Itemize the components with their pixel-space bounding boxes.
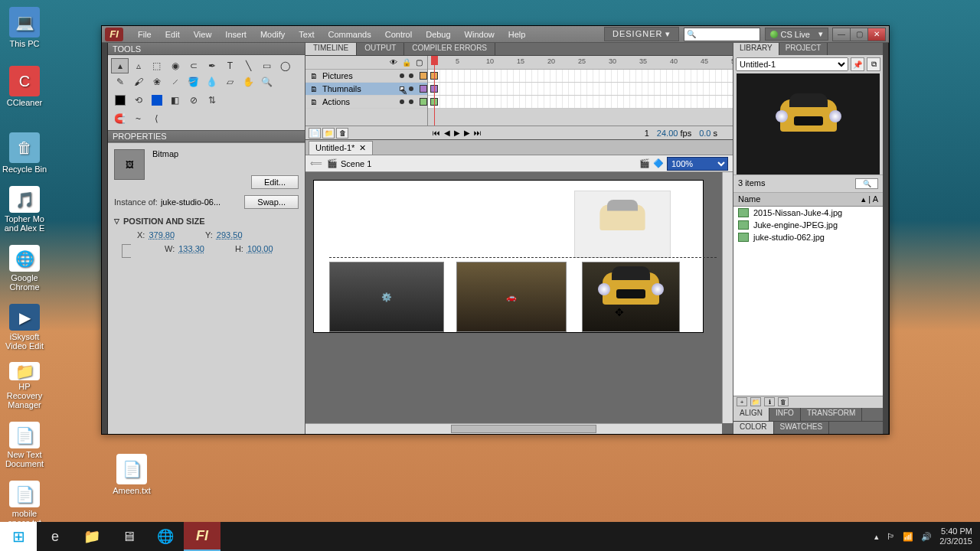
- taskbar-flash[interactable]: Fl: [184, 522, 220, 551]
- line-tool[interactable]: ╲: [240, 58, 257, 73]
- tab-library[interactable]: LIBRARY: [733, 43, 779, 55]
- desktop-icon-ccleaner[interactable]: CCCleaner: [0, 59, 49, 109]
- fill-color[interactable]: [148, 93, 165, 108]
- x-value[interactable]: 379.80: [149, 230, 175, 240]
- black-white[interactable]: ◧: [166, 93, 184, 108]
- lock-icon[interactable]: 🔒: [402, 58, 411, 67]
- stage-scrollbar-h[interactable]: [305, 423, 722, 434]
- first-frame-button[interactable]: ⏮: [431, 129, 442, 137]
- bitmap-ghost[interactable]: [574, 191, 671, 258]
- minimize-button[interactable]: —: [832, 28, 851, 41]
- brush-tool[interactable]: 🖌: [129, 74, 147, 90]
- pin-library-button[interactable]: 📌: [851, 57, 864, 71]
- menu-control[interactable]: Control: [378, 28, 419, 41]
- prev-frame-button[interactable]: ◀: [443, 129, 452, 137]
- deco-tool[interactable]: ❀: [148, 74, 165, 90]
- new-folder-button[interactable]: 📁: [750, 397, 761, 406]
- right-dock[interactable]: [883, 43, 889, 434]
- lasso-tool[interactable]: ⊂: [185, 58, 202, 73]
- maximize-button[interactable]: ▢: [850, 28, 868, 41]
- stage[interactable]: ⚙️ 🚗 ✥: [313, 180, 704, 333]
- stroke-color[interactable]: [111, 93, 129, 108]
- desktop-icon-ameentxt[interactable]: 📄Ameen.txt: [107, 447, 156, 497]
- tray-up-icon[interactable]: ▴: [874, 532, 879, 542]
- delete-button[interactable]: 🗑: [778, 397, 789, 406]
- library-item[interactable]: juke-studio-062.jpg: [733, 231, 883, 243]
- desktop-icon-iskysoft[interactable]: ▶iSkysoft Video Edit: [0, 302, 49, 352]
- library-item[interactable]: Juke-engine-JPEG.jpg: [733, 219, 883, 231]
- straighten-tool[interactable]: ⟨: [148, 111, 165, 126]
- taskbar-app[interactable]: 🖥: [110, 522, 147, 551]
- menu-file[interactable]: File: [131, 28, 158, 41]
- library-doc-select[interactable]: Untitled-1: [736, 57, 848, 71]
- tab-compiler-errors[interactable]: COMPILER ERRORS: [404, 43, 495, 55]
- thumbnail-engine[interactable]: ⚙️: [329, 262, 444, 332]
- menu-insert[interactable]: Insert: [218, 28, 253, 41]
- 3d-rotation-tool[interactable]: ◉: [166, 58, 184, 73]
- desktop-icon-hprecovery[interactable]: 📁HP Recovery Manager: [0, 361, 49, 411]
- layer-actions[interactable]: 🗎Actions: [305, 96, 427, 109]
- eraser-tool[interactable]: ▱: [221, 74, 239, 90]
- selection-tool[interactable]: ▴: [111, 58, 129, 73]
- current-frame[interactable]: 1: [645, 129, 649, 138]
- close-tab-icon[interactable]: ✕: [359, 143, 366, 153]
- w-value[interactable]: 133.30: [178, 244, 204, 253]
- tab-swatches[interactable]: SWATCHES: [774, 422, 830, 434]
- h-value[interactable]: 100.00: [247, 244, 273, 253]
- fps-value[interactable]: 24.00: [657, 129, 678, 138]
- lock-wh-icon[interactable]: [122, 244, 131, 258]
- desktop-icon-thispc[interactable]: 💻This PC: [0, 0, 49, 50]
- tab-info[interactable]: INFO: [769, 408, 801, 421]
- taskbar-ie[interactable]: e: [37, 522, 74, 551]
- delete-layer-button[interactable]: 🗑: [336, 128, 348, 139]
- swap-button[interactable]: Swap...: [244, 195, 299, 209]
- start-button[interactable]: ⊞: [0, 522, 37, 551]
- taskbar-chrome[interactable]: 🌐: [147, 522, 184, 551]
- doc-tab[interactable]: Untitled-1*✕: [309, 141, 373, 155]
- stage-area[interactable]: ⚙️ 🚗 ✥: [305, 172, 733, 434]
- tab-project[interactable]: PROJECT: [779, 43, 828, 55]
- layer-pictures[interactable]: 🗎Pictures: [305, 70, 427, 83]
- menu-help[interactable]: Help: [501, 28, 533, 41]
- text-tool[interactable]: T: [221, 58, 239, 73]
- thumbnail-rear[interactable]: 🚗: [456, 262, 567, 332]
- edit-button[interactable]: Edit...: [251, 175, 299, 189]
- menu-modify[interactable]: Modify: [253, 28, 292, 41]
- stroke-swap[interactable]: ⟲: [129, 93, 147, 108]
- tab-align[interactable]: ALIGN: [733, 408, 769, 421]
- zoom-tool[interactable]: 🔍: [258, 74, 276, 90]
- workspace-dropdown[interactable]: DESIGNER ▾: [604, 27, 680, 41]
- desktop-icon-mp3[interactable]: 🎵Topher Mo and Alex E: [0, 184, 49, 234]
- free-transform-tool[interactable]: ⬚: [148, 58, 165, 73]
- left-dock[interactable]: [102, 43, 108, 434]
- menu-edit[interactable]: Edit: [158, 28, 187, 41]
- tab-timeline[interactable]: TIMELINE: [305, 43, 357, 55]
- library-name-header[interactable]: Name▴ | A: [733, 193, 883, 207]
- tray-volume-icon[interactable]: 🔊: [921, 532, 932, 542]
- tray-flag-icon[interactable]: 🏳: [887, 532, 895, 541]
- tray-network-icon[interactable]: 📶: [903, 532, 913, 542]
- smooth-tool[interactable]: ~: [129, 111, 147, 126]
- new-library-button[interactable]: ⧉: [867, 57, 880, 71]
- swap-colors[interactable]: ⇅: [203, 93, 220, 108]
- play-button[interactable]: ▶: [452, 129, 462, 137]
- menu-text[interactable]: Text: [292, 28, 321, 41]
- close-button[interactable]: ✕: [867, 28, 886, 41]
- back-button[interactable]: ⟸: [310, 158, 322, 168]
- taskbar-explorer[interactable]: 📁: [74, 522, 110, 551]
- tab-output[interactable]: OUTPUT: [357, 43, 404, 55]
- search-input[interactable]: 🔍: [684, 28, 760, 41]
- zoom-select[interactable]: 100%: [667, 157, 728, 171]
- rectangle-tool[interactable]: ▭: [258, 58, 276, 73]
- tab-color[interactable]: COLOR: [733, 422, 774, 434]
- edit-symbols-button[interactable]: 🔷: [653, 158, 664, 168]
- library-search[interactable]: 🔍: [855, 178, 878, 189]
- subselection-tool[interactable]: ▵: [129, 58, 147, 73]
- new-symbol-button[interactable]: +: [737, 397, 747, 406]
- bone-tool[interactable]: ⟋: [166, 74, 184, 90]
- no-color[interactable]: ⊘: [185, 93, 202, 108]
- outline-icon[interactable]: ▢: [416, 58, 423, 67]
- desktop-icon-chrome[interactable]: 🌐Google Chrome: [0, 243, 49, 293]
- eyedropper-tool[interactable]: 💧: [203, 74, 220, 90]
- eye-icon[interactable]: 👁: [390, 58, 397, 67]
